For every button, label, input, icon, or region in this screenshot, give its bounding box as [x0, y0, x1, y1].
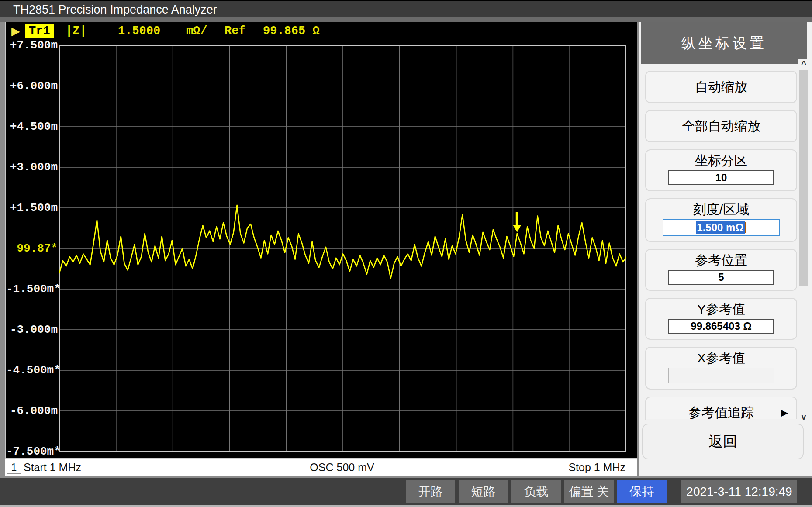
trace-function[interactable]: |Z|: [66, 24, 87, 38]
sidebar-button-auto-scale-all[interactable]: 全部自动缩放: [645, 110, 797, 142]
return-button[interactable]: 返回: [642, 424, 804, 459]
scroll-down-icon[interactable]: v: [798, 412, 809, 421]
trace-scale-unit: mΩ/: [186, 24, 207, 38]
toolbar-button-bias-off[interactable]: 偏置 关: [564, 480, 614, 503]
toolbar-button-hold[interactable]: 保持: [617, 480, 667, 503]
button-label: 全部自动缩放: [682, 117, 760, 135]
y-axis-labels: +7.500m+6.000m+4.500m+3.000m+1.500m99.87…: [6, 22, 58, 458]
selected-text: 1.500 mΩ: [696, 221, 744, 234]
button-label: 自动缩放: [695, 78, 747, 96]
sidebar-group-reference-position: 参考位置5: [645, 249, 797, 291]
sidebar-scrollbar: ^ v: [798, 59, 809, 421]
field-label: 坐标分区: [695, 153, 747, 169]
window-titlebar: TH2851 Precision Impedance Analyzer: [0, 0, 812, 17]
toolbar-buttons: 开路短路负载偏置 关保持: [406, 480, 667, 503]
toolbar-button-open-correction[interactable]: 开路: [406, 480, 455, 503]
y-tick-label: -1.500m*: [6, 283, 58, 296]
scroll-up-icon[interactable]: ^: [798, 59, 809, 69]
y-tick-label: -7.500m*: [6, 445, 58, 458]
sidebar-group-y-reference-value: Y参考值99.865403 Ω: [645, 298, 797, 340]
y-tick-label: +1.500m: [6, 201, 58, 214]
sidebar-group-x-reference-value: X参考值: [645, 347, 797, 390]
y-tick-label: -4.500m*: [6, 364, 58, 377]
field-label: 参考位置: [695, 252, 747, 268]
field-label: Y参考值: [697, 301, 745, 317]
frame-strip: [0, 17, 812, 22]
start-frequency: Start 1 MHz: [24, 461, 81, 474]
marker-down-arrow-icon[interactable]: [513, 212, 521, 232]
y-tick-label: -6.000m: [6, 404, 58, 417]
sweep-status-strip: 1 Start 1 MHz OSC 500 mV Stop 1 MHz: [5, 458, 637, 476]
sidebar-title: 纵坐标设置: [641, 22, 807, 64]
window-title: TH2851 Precision Impedance Analyzer: [13, 3, 217, 16]
grid-lines: [59, 45, 626, 452]
sidebar-group-scale-per-division: 刻度/区域1.500 mΩ: [645, 198, 797, 242]
y-tick-label: +4.500m: [6, 120, 58, 133]
text-caret: [745, 222, 746, 233]
chart-panel: ▶ Tr1 |Z| 1.5000 mΩ/ Ref 99.865 Ω +7.500…: [5, 22, 637, 458]
field-label: X参考值: [697, 350, 745, 366]
y-tick-label: 99.87*: [6, 242, 58, 255]
plot-area: [59, 45, 626, 452]
scale-per-division-input[interactable]: 1.500 mΩ: [663, 219, 780, 236]
field-label: 刻度/区域: [693, 202, 749, 217]
toolbar-button-short-correction[interactable]: 短路: [459, 480, 508, 503]
toolbar-button-load-correction[interactable]: 负载: [511, 480, 561, 503]
button-label: 参考值追踪: [688, 404, 754, 422]
stop-frequency: Stop 1 MHz: [568, 461, 625, 474]
y-tick-label: +6.000m: [6, 79, 58, 93]
channel-indicator[interactable]: 1: [7, 461, 21, 474]
y-tick-label: -3.000m: [6, 323, 58, 336]
y-tick-label: +7.500m: [6, 39, 58, 52]
clock-display: 2021-3-11 12:19:49: [681, 480, 797, 503]
softkey-sidebar: 纵坐标设置 自动缩放全部自动缩放坐标分区10刻度/区域1.500 mΩ参考位置5…: [639, 22, 812, 476]
bottom-toolbar: 开路短路负载偏置 关保持 2021-3-11 12:19:49: [0, 478, 812, 507]
submenu-arrow-icon: ►: [779, 406, 790, 420]
sidebar-group-axis-divisions: 坐标分区10: [645, 149, 797, 191]
osc-level: OSC 500 mV: [310, 461, 374, 474]
sidebar-items: 自动缩放全部自动缩放坐标分区10刻度/区域1.500 mΩ参考位置5Y参考值99…: [645, 71, 797, 458]
y-tick-label: +3.000m: [6, 161, 58, 174]
scrollbar-thumb[interactable]: [799, 70, 808, 286]
trace-ref-value: 99.865 Ω: [263, 24, 320, 38]
plot-svg: [59, 45, 626, 452]
y-reference-value-input[interactable]: 99.865403 Ω: [668, 319, 774, 334]
trace-ref-label: Ref: [225, 24, 246, 38]
reference-position-input[interactable]: 5: [668, 270, 774, 285]
trace-info-bar: ▶ Tr1 |Z| 1.5000 mΩ/ Ref 99.865 Ω: [6, 24, 637, 40]
x-reference-value-input[interactable]: [668, 368, 774, 383]
trace-scale-value: 1.5000: [118, 24, 160, 38]
sidebar-button-auto-scale[interactable]: 自动缩放: [645, 71, 797, 103]
axis-divisions-input[interactable]: 10: [668, 170, 774, 185]
